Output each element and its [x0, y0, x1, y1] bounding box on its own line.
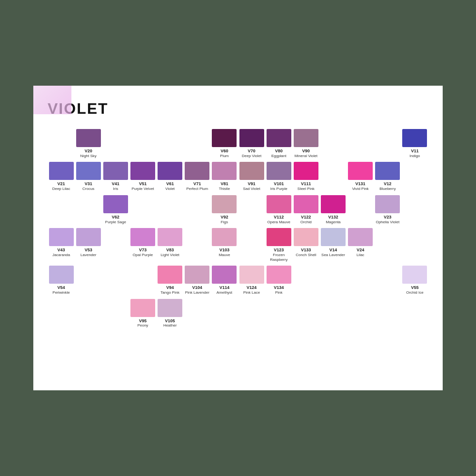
color-code: V94: [166, 285, 174, 290]
color-cell: V54Periwinkle: [48, 264, 75, 297]
color-code: V61: [166, 181, 174, 187]
color-name: Lilac: [357, 253, 364, 258]
color-cell: V21Deep Lilac: [48, 160, 75, 193]
color-code: V81: [220, 181, 228, 187]
color-swatch: [130, 228, 155, 246]
color-swatch: [103, 162, 128, 180]
color-swatch: [185, 162, 209, 180]
color-name: Light Violet: [160, 253, 179, 258]
color-code: V24: [357, 248, 364, 253]
color-name: Blueberry: [379, 187, 396, 191]
color-name: Periwinkle: [52, 290, 69, 295]
color-swatch: [158, 299, 182, 317]
color-code: V73: [139, 248, 147, 253]
color-name: Iris: [113, 187, 119, 191]
color-grid: V20Night Sky V60PlumV70Deep VioletV80Egg…: [48, 127, 428, 330]
color-swatch: [239, 129, 264, 147]
color-name: Heather: [163, 323, 177, 328]
color-cell: V14Sea Lavender: [319, 226, 347, 259]
color-code: V23: [384, 215, 391, 220]
color-swatch: [321, 195, 346, 213]
color-name: Peony: [138, 323, 149, 328]
color-cell: V111Steel Pink: [292, 160, 319, 193]
color-cell: V23Ophelia Violet: [374, 193, 401, 226]
color-name: Vivid Pink: [352, 187, 369, 191]
color-name: Figs: [221, 220, 228, 225]
color-code: V103: [219, 248, 229, 253]
color-name: Purple Velvet: [131, 187, 154, 191]
color-cell: V101Iris Purple: [265, 160, 292, 193]
color-code: V53: [85, 248, 92, 253]
color-code: V91: [248, 181, 256, 187]
color-code: V104: [192, 285, 202, 290]
color-name: Sad Violet: [243, 187, 260, 191]
color-code: V54: [58, 285, 65, 290]
color-swatch: [76, 129, 101, 147]
color-name: Magenta: [326, 220, 340, 225]
color-swatch: [49, 228, 74, 246]
color-code: V20: [85, 149, 92, 154]
color-swatch: [212, 129, 237, 147]
color-code: V95: [139, 318, 147, 324]
color-code: V31: [85, 181, 92, 187]
color-code: V60: [220, 149, 228, 154]
color-code: V133: [301, 248, 311, 253]
color-swatch: [402, 266, 427, 284]
color-cell: V43Jacaranda: [48, 226, 75, 259]
color-code: V122: [301, 215, 311, 220]
color-name: Plum: [220, 154, 228, 159]
color-code: V123: [274, 248, 284, 253]
color-name: Pink: [275, 290, 283, 295]
color-swatch: [239, 266, 264, 284]
color-code: V80: [275, 149, 283, 154]
color-swatch: [103, 195, 128, 213]
color-swatch: [267, 195, 291, 213]
color-swatch: [158, 266, 182, 284]
color-cell: V62Purple Sage: [102, 193, 129, 226]
color-cell: V95Peony: [129, 297, 156, 330]
color-name: Mineral Violet: [295, 154, 317, 159]
color-name: Orchid Ice: [406, 290, 423, 295]
color-name: Jacaranda: [52, 253, 70, 258]
color-name: Pink Lavender: [185, 290, 209, 295]
color-swatch: [267, 228, 291, 246]
color-name: Pink Lace: [243, 290, 260, 295]
color-cell: V124Pink Lace: [238, 264, 265, 297]
color-code: V111: [301, 181, 311, 187]
color-code: V90: [302, 149, 310, 154]
color-swatch: [158, 162, 182, 180]
color-name: Lavender: [80, 253, 96, 258]
color-swatch: [402, 129, 427, 147]
color-cell: V70Deep Violet: [238, 127, 265, 160]
color-chart-card: VIOLET V20Night Sky V60PlumV70Deep Viole…: [33, 86, 443, 390]
color-code: V105: [165, 318, 175, 324]
color-swatch: [375, 162, 400, 180]
color-cell: V134Pink: [265, 264, 292, 297]
color-code: V70: [248, 149, 256, 154]
color-name: Opera Mauve: [267, 220, 290, 225]
color-cell: V12Blueberry: [374, 160, 401, 193]
color-name: Violet: [165, 187, 175, 191]
color-code: V55: [411, 285, 418, 290]
color-swatch: [267, 129, 291, 147]
color-swatch: [76, 228, 101, 246]
color-code: V92: [220, 215, 228, 220]
color-cell: V31Crocus: [75, 160, 102, 193]
color-name: Purple Sage: [105, 220, 126, 225]
color-cell: V114Amethyst: [211, 264, 238, 297]
color-code: V51: [139, 181, 147, 187]
color-swatch: [49, 162, 74, 180]
color-swatch: [76, 162, 101, 180]
color-swatch: [294, 228, 318, 246]
color-name: Eggplant: [271, 154, 287, 159]
color-swatch: [321, 228, 346, 246]
color-name: Iris Purple: [270, 187, 288, 191]
color-cell: V51Purple Velvet: [129, 160, 156, 193]
color-swatch: [294, 195, 318, 213]
color-name: Amethyst: [217, 290, 232, 295]
color-code: V114: [219, 285, 229, 290]
color-swatch: [239, 162, 264, 180]
color-cell: V133Conch Shell: [292, 226, 319, 259]
color-cell: V24Lilac: [347, 226, 374, 259]
color-cell: V112Opera Mauve: [265, 193, 292, 226]
